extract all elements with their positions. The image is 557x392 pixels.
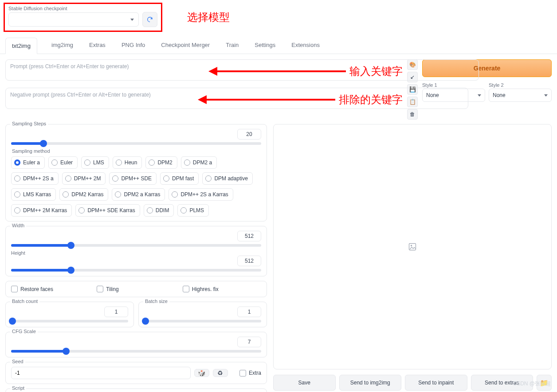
height-slider[interactable] xyxy=(11,269,261,272)
checkpoint-label: Stable Diffusion checkpoint xyxy=(8,6,157,11)
cfg-slider[interactable] xyxy=(11,350,261,353)
sampler-euler[interactable]: Euler xyxy=(48,156,78,169)
width-value[interactable]: 512 xyxy=(237,231,261,241)
tab-img2img[interactable]: img2img xyxy=(50,37,75,54)
batch-count-slider[interactable] xyxy=(11,320,128,322)
send-img2img-button[interactable]: Send to img2img xyxy=(339,375,402,391)
sampler-euler-a[interactable]: Euler a xyxy=(11,156,45,169)
sampler-dpm-sde[interactable]: DPM++ SDE xyxy=(109,172,157,185)
refresh-icon xyxy=(146,16,153,23)
sampler-plms[interactable]: PLMS xyxy=(177,204,209,217)
sampler-lms[interactable]: LMS xyxy=(81,156,109,169)
batch-size-value[interactable]: 1 xyxy=(237,307,261,317)
cfg-value[interactable]: 7 xyxy=(237,337,261,347)
options-box: Restore faces Tiling Highres. fix xyxy=(5,281,267,297)
watermark: CSDN @张乐超 xyxy=(513,380,551,388)
width-slider[interactable] xyxy=(11,244,261,247)
main-tabs: txt2imgimg2imgExtrasPNG InfoCheckpoint M… xyxy=(0,37,557,54)
seed-extra-checkbox[interactable]: Extra xyxy=(239,370,261,376)
checkpoint-section: Stable Diffusion checkpoint xyxy=(4,3,162,32)
seed-input[interactable] xyxy=(11,367,191,379)
batch-size-box: Batch size 1 xyxy=(138,302,267,327)
batch-count-box: Batch count 1 xyxy=(5,302,134,327)
sampler-dpm2-a[interactable]: DPM2 a xyxy=(181,156,217,169)
tab-txt2img[interactable]: txt2img xyxy=(5,38,37,54)
script-box: Script None xyxy=(5,388,267,392)
restore-faces-checkbox[interactable]: Restore faces xyxy=(11,286,90,292)
sampler-dpm-sde-karras[interactable]: DPM++ SDE Karras xyxy=(75,204,140,217)
style2-label: Style 2 xyxy=(489,82,552,88)
sampler-dpm2-karras[interactable]: DPM2 Karras xyxy=(59,188,108,201)
output-preview xyxy=(273,124,552,369)
checkpoint-refresh-button[interactable] xyxy=(142,12,157,27)
send-inpaint-button[interactable]: Send to inpaint xyxy=(405,375,467,391)
tab-extras[interactable]: Extras xyxy=(87,37,107,54)
sampling-steps-box: Sampling Steps 20 Sampling method Euler … xyxy=(5,124,267,221)
seed-reuse-button[interactable]: ♻ xyxy=(213,369,228,377)
tab-extensions[interactable]: Extensions xyxy=(290,37,322,54)
sampler-heun[interactable]: Heun xyxy=(113,156,142,169)
sampler-dpm-2s-a-karras[interactable]: DPM++ 2S a Karras xyxy=(169,188,233,201)
checkpoint-select[interactable] xyxy=(8,12,139,27)
delete-button[interactable]: 🗑 xyxy=(407,109,418,120)
highres-fix-checkbox[interactable]: Highres. fix xyxy=(183,286,261,292)
cfg-box: CFG Scale 7 xyxy=(5,332,267,357)
seed-random-button[interactable]: 🎲 xyxy=(194,369,209,377)
tiling-checkbox[interactable]: Tiling xyxy=(97,286,175,292)
image-placeholder-icon xyxy=(408,242,417,251)
batch-size-slider[interactable] xyxy=(144,320,261,322)
sampler-dpm2[interactable]: DPM2 xyxy=(145,156,177,169)
sampling-steps-slider[interactable] xyxy=(11,142,261,145)
sampling-steps-value[interactable]: 20 xyxy=(237,129,261,140)
batch-count-value[interactable]: 1 xyxy=(104,307,128,317)
prompt-input[interactable]: Prompt (press Ctrl+Enter or Alt+Enter to… xyxy=(5,59,479,81)
sampler-lms-karras[interactable]: LMS Karras xyxy=(11,188,56,201)
sampler-radios: Euler aEulerLMSHeunDPM2DPM2 aDPM++ 2S aD… xyxy=(11,156,261,217)
sampler-dpm-2m-karras[interactable]: DPM++ 2M Karras xyxy=(11,204,72,217)
svg-point-1 xyxy=(411,245,412,246)
dimensions-box: Width 512 Height 512 xyxy=(5,226,267,276)
sampler-dpm2-a-karras[interactable]: DPM2 a Karras xyxy=(112,188,165,201)
tab-settings[interactable]: Settings xyxy=(253,37,277,54)
sampler-dpm-2s-a[interactable]: DPM++ 2S a xyxy=(11,172,59,185)
sampler-dpm-fast[interactable]: DPM fast xyxy=(160,172,199,185)
sampler-dpm-2m[interactable]: DPM++ 2M xyxy=(62,172,106,185)
height-value[interactable]: 512 xyxy=(237,256,261,266)
sampler-ddim[interactable]: DDIM xyxy=(144,204,174,217)
save-button[interactable]: Save xyxy=(273,375,336,391)
style1-label: Style 1 xyxy=(422,82,485,88)
negative-prompt-input[interactable]: Negative prompt (press Ctrl+Enter or Alt… xyxy=(5,88,468,109)
sampler-dpm-adaptive[interactable]: DPM adaptive xyxy=(202,172,252,185)
tab-checkpoint-merger[interactable]: Checkpoint Merger xyxy=(159,37,212,54)
annotation-select-model: 选择模型 xyxy=(187,10,230,24)
tab-png-info[interactable]: PNG Info xyxy=(120,37,147,54)
style2-select[interactable]: None xyxy=(489,89,552,102)
seed-box: Seed 🎲 ♻ Extra xyxy=(5,362,267,384)
tab-train[interactable]: Train xyxy=(224,37,240,54)
